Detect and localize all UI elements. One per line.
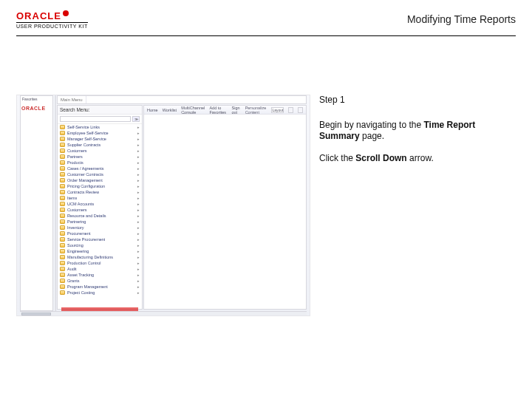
folder-row[interactable]: Customers▸ bbox=[58, 148, 142, 154]
chevron-right-icon: ▸ bbox=[137, 290, 140, 295]
folder-row[interactable]: Project Costing▸ bbox=[58, 290, 142, 296]
toolbar-personalize[interactable]: Personalize Content bbox=[245, 106, 267, 115]
folder-row[interactable]: Manufacturing Definitions▸ bbox=[58, 254, 142, 260]
app-toolbar: Home Worklist MultiChannel Console Add t… bbox=[144, 106, 306, 115]
folder-icon bbox=[60, 196, 65, 200]
favorites-tab-label[interactable]: Favorites bbox=[21, 96, 52, 102]
folder-row[interactable]: Asset Tracking▸ bbox=[58, 272, 142, 278]
toolbar-add-favorites[interactable]: Add to Favorites bbox=[209, 106, 227, 115]
folder-label: Customer Contracts bbox=[67, 172, 103, 177]
folder-row[interactable]: Items▸ bbox=[58, 195, 142, 201]
folder-row[interactable]: Partnering▸ bbox=[58, 219, 142, 225]
folder-icon bbox=[60, 125, 65, 129]
folder-label: Service Procurement bbox=[67, 237, 105, 242]
folder-icon bbox=[60, 273, 65, 277]
chevron-right-icon: ▸ bbox=[137, 225, 140, 230]
folder-icon bbox=[60, 190, 65, 194]
search-go-button[interactable]: ≫ bbox=[132, 116, 140, 122]
folder-icon bbox=[60, 237, 65, 242]
content-pane: Home Worklist MultiChannel Console Add t… bbox=[143, 105, 307, 310]
folder-row[interactable]: UCM Accounts▸ bbox=[58, 201, 142, 207]
toolbar-signout[interactable]: Sign out bbox=[232, 106, 241, 115]
folder-icon bbox=[60, 219, 65, 224]
page-title: Modifying Time Reports bbox=[407, 13, 516, 25]
toolbar-config-icon[interactable] bbox=[288, 107, 293, 113]
folder-label: Contracts Review bbox=[67, 190, 99, 194]
folder-row[interactable]: Contracts Review▸ bbox=[58, 189, 142, 195]
logo-subtitle: USER PRODUCTIVITY KIT bbox=[16, 22, 88, 29]
folder-label: Resource and Details bbox=[67, 214, 106, 218]
folder-row[interactable]: Audit▸ bbox=[58, 266, 142, 272]
chevron-right-icon: ▸ bbox=[137, 219, 140, 224]
menu-search-input[interactable] bbox=[60, 116, 131, 122]
chevron-right-icon: ▸ bbox=[137, 184, 140, 188]
folder-icon bbox=[60, 149, 65, 153]
chevron-right-icon: ▸ bbox=[137, 273, 140, 277]
chevron-right-icon: ▸ bbox=[137, 143, 140, 147]
folder-row[interactable]: Inventory▸ bbox=[58, 225, 142, 231]
folder-row[interactable]: Grants▸ bbox=[58, 278, 142, 284]
folder-icon bbox=[60, 160, 65, 165]
folder-icon bbox=[60, 279, 65, 283]
folder-label: Production Control bbox=[67, 261, 101, 265]
folder-label: Order Management bbox=[67, 178, 103, 183]
folder-label: Asset Tracking bbox=[67, 273, 94, 277]
chevron-right-icon: ▸ bbox=[137, 267, 140, 271]
toolbar-home[interactable]: Home bbox=[147, 108, 158, 112]
logo-brand: ORACLE bbox=[16, 10, 61, 21]
folder-row[interactable]: Manager Self-Service▸ bbox=[58, 136, 142, 142]
folder-row[interactable]: Sourcing▸ bbox=[58, 242, 142, 248]
main-menu-tab[interactable]: Main Menu bbox=[58, 96, 86, 103]
folder-row[interactable]: Engineering▸ bbox=[58, 248, 142, 254]
folder-icon bbox=[60, 184, 65, 188]
folder-icon bbox=[60, 249, 65, 253]
folder-icon bbox=[60, 166, 65, 171]
chevron-right-icon: ▸ bbox=[137, 208, 140, 212]
chevron-right-icon: ▸ bbox=[137, 237, 140, 242]
folder-row[interactable]: Cases / Agreements▸ bbox=[58, 166, 142, 171]
folder-label: Procurement bbox=[67, 231, 91, 236]
folder-row[interactable]: Customer Contracts▸ bbox=[58, 171, 142, 177]
toolbar-layout[interactable]: Layout bbox=[271, 107, 284, 113]
folder-row[interactable]: Production Control▸ bbox=[58, 260, 142, 266]
folder-icon bbox=[60, 290, 65, 295]
folder-label: Partnering bbox=[67, 219, 86, 224]
scrollbar-thumb[interactable] bbox=[21, 313, 51, 316]
chevron-right-icon: ▸ bbox=[137, 214, 140, 218]
folder-label: Manager Self-Service bbox=[67, 137, 106, 141]
logo-dot-icon bbox=[63, 10, 69, 16]
folder-row[interactable]: Order Management▸ bbox=[58, 177, 142, 183]
folder-row[interactable]: Employee Self-Service▸ bbox=[58, 130, 142, 136]
folder-label: Customers bbox=[67, 208, 87, 212]
folder-label: Supplier Contracts bbox=[67, 143, 100, 147]
chevron-right-icon: ▸ bbox=[137, 279, 140, 283]
folder-icon bbox=[60, 154, 65, 159]
folder-row[interactable]: Supplier Contracts▸ bbox=[58, 142, 142, 148]
folder-row[interactable]: Resource and Details▸ bbox=[58, 213, 142, 219]
folder-row[interactable]: Self-Service Links▸ bbox=[58, 124, 142, 130]
toolbar-mcf[interactable]: MultiChannel Console bbox=[181, 106, 205, 115]
top-tabs: Main Menu bbox=[57, 95, 307, 104]
instruction-line-1: Begin by navigating to the Time Report S… bbox=[319, 120, 516, 143]
chevron-right-icon: ▸ bbox=[137, 284, 140, 289]
folder-icon bbox=[60, 255, 65, 259]
toolbar-worklist[interactable]: Worklist bbox=[163, 108, 177, 112]
folder-row[interactable]: Procurement▸ bbox=[58, 231, 142, 236]
folder-row[interactable]: Customers▸ bbox=[58, 207, 142, 213]
chevron-right-icon: ▸ bbox=[137, 137, 140, 141]
folder-row[interactable]: Pricing Configuration▸ bbox=[58, 183, 142, 189]
chevron-right-icon: ▸ bbox=[137, 178, 140, 183]
folder-row[interactable]: Program Management▸ bbox=[58, 284, 142, 290]
folder-row[interactable]: Partners▸ bbox=[58, 154, 142, 160]
pane-splitter[interactable] bbox=[54, 95, 56, 311]
app-screenshot: Favorites ORACLE Main Menu Search Menu: … bbox=[16, 95, 310, 316]
chevron-right-icon: ▸ bbox=[137, 172, 140, 177]
toolbar-help-icon[interactable] bbox=[298, 107, 303, 113]
folder-icon bbox=[60, 284, 65, 289]
folder-label: Customers bbox=[67, 149, 87, 153]
folder-row[interactable]: Service Procurement▸ bbox=[58, 236, 142, 242]
horizontal-scrollbar[interactable] bbox=[20, 311, 307, 316]
chevron-right-icon: ▸ bbox=[137, 149, 140, 153]
folder-row[interactable]: Products▸ bbox=[58, 160, 142, 166]
folder-label: Audit bbox=[67, 267, 77, 271]
